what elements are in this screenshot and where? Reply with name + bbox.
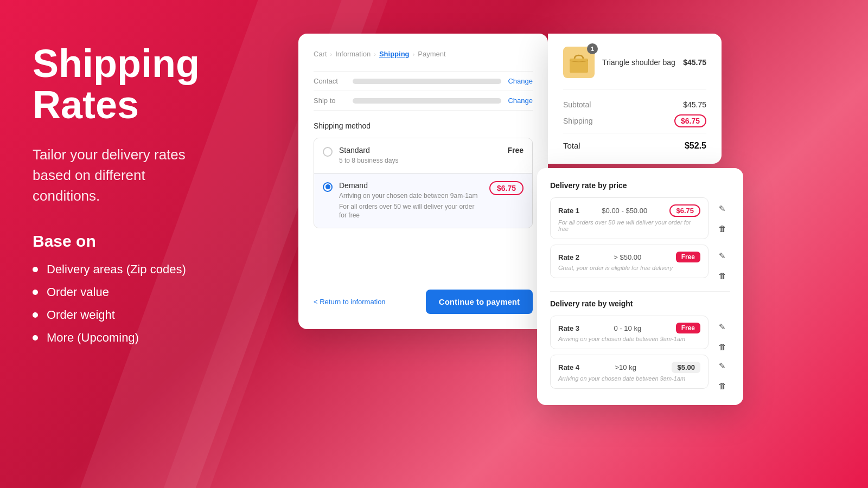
breadcrumb-payment: Payment [418, 50, 445, 58]
standard-price: Free [507, 146, 524, 155]
bullet-item-2: Order value [33, 285, 250, 299]
rates-divider [550, 291, 730, 292]
rate-4-card: Rate 4 >10 kg $5.00 Arriving on your cho… [550, 355, 709, 389]
rate-4-edit-icon[interactable]: ✎ [714, 358, 730, 374]
rate-2-delete-icon[interactable]: 🗑 [714, 267, 730, 284]
product-image-wrap: 1 [563, 47, 595, 78]
rate-2-row: Rate 2 > $50.00 Free Great, your order i… [550, 245, 730, 284]
svg-rect-1 [570, 59, 588, 73]
breadcrumb: Cart › Information › Shipping › Payment [314, 50, 533, 58]
rate-2-card: Rate 2 > $50.00 Free Great, your order i… [550, 245, 709, 278]
rate-3-delete-icon[interactable]: 🗑 [714, 338, 730, 355]
subtotal-label: Subtotal [563, 100, 591, 109]
shipto-change-link[interactable]: Change [508, 97, 533, 105]
right-panels: Cart › Information › Shipping › Payment … [271, 0, 868, 488]
product-price: $45.75 [683, 58, 706, 67]
breadcrumb-cart[interactable]: Cart [314, 50, 327, 58]
demand-option[interactable]: Demand Arriving on your chosen date betw… [314, 174, 532, 228]
rate-4-name: Rate 4 [558, 363, 579, 371]
rate-2-price: Free [676, 252, 700, 262]
rate-3-desc: Arriving on your chosen date between 9am… [558, 336, 700, 342]
order-summary: 1 Triangle shoulder bag $45.75 Subtotal … [548, 34, 722, 164]
contact-row: Contact Change [314, 71, 533, 91]
product-row: 1 Triangle shoulder bag $45.75 [563, 47, 706, 89]
product-badge: 1 [587, 43, 598, 54]
subtotal-value: $45.75 [683, 100, 706, 109]
demand-desc1: Arriving on your chosen date between 9am… [339, 191, 483, 201]
total-label: Total [563, 141, 580, 151]
rates-panel: Delivery rate by price Rate 1 $0.00 - $5… [537, 168, 743, 405]
product-name: Triangle shoulder bag [602, 58, 675, 67]
rate-4-row: Rate 4 >10 kg $5.00 Arriving on your cho… [550, 355, 730, 394]
standard-name: Standard [339, 146, 501, 155]
rate-2-name: Rate 2 [558, 253, 579, 261]
rate-3-range: 0 - 10 kg [579, 324, 676, 332]
subtotal-row: Subtotal $45.75 [563, 100, 706, 109]
rate-1-edit-icon[interactable]: ✎ [714, 201, 730, 217]
contact-value-bar [353, 79, 501, 84]
demand-radio[interactable] [323, 182, 333, 192]
rate-4-desc: Arriving on your chosen date between 9am… [558, 375, 700, 382]
rate-1-delete-icon[interactable]: 🗑 [714, 220, 730, 236]
rate-1-range: $0.00 - $50.00 [579, 207, 669, 215]
breadcrumb-sep-3: › [413, 51, 415, 57]
subtitle: Tailor your delivery ratesbased on diffe… [33, 145, 250, 206]
checkout-card: Cart › Information › Shipping › Payment … [298, 34, 548, 329]
rate-4-delete-icon[interactable]: 🗑 [714, 377, 730, 394]
rate-3-name: Rate 3 [558, 324, 579, 332]
rate-2-actions: ✎ 🗑 [714, 245, 730, 284]
contact-change-link[interactable]: Change [508, 77, 533, 85]
bullet-item-4: More (Upcoming) [33, 331, 250, 345]
rate-3-card: Rate 3 0 - 10 kg Free Arriving on your c… [550, 316, 709, 349]
demand-info: Demand Arriving on your chosen date betw… [339, 181, 483, 220]
bullet-list: Delivery areas (Zip codes) Order value O… [33, 262, 250, 345]
breadcrumb-sep-1: › [330, 51, 333, 57]
rate-1-row: Rate 1 $0.00 - $50.00 $6.75 For all orde… [550, 197, 730, 245]
demand-desc2: For all orders over 50 we will deliver y… [339, 202, 483, 221]
standard-option[interactable]: Standard 5 to 8 business days Free [314, 138, 532, 174]
rate-4-range: >10 kg [579, 363, 672, 371]
rate-1-name: Rate 1 [558, 207, 579, 215]
rate-1-card: Rate 1 $0.00 - $50.00 $6.75 For all orde… [550, 197, 709, 239]
bullet-item-3: Order weight [33, 308, 250, 322]
demand-price: $6.75 [489, 181, 524, 195]
rate-4-actions: ✎ 🗑 [714, 355, 730, 394]
shipping-options: Standard 5 to 8 business days Free Deman… [314, 138, 533, 228]
demand-radio-inner [326, 184, 330, 189]
rate-2-edit-icon[interactable]: ✎ [714, 248, 730, 264]
card-footer: < Return to information Continue to paym… [314, 279, 533, 314]
total-value: $52.5 [685, 141, 706, 151]
rate-2-desc: Great, your order is eligible for free d… [558, 265, 700, 271]
rates-by-weight-title: Delivery rate by weight [550, 299, 730, 308]
bullet-item-1: Delivery areas (Zip codes) [33, 262, 250, 277]
rate-1-desc: For all orders over 50 we will deliver y… [558, 219, 700, 232]
shipping-row: Shipping $6.75 [563, 114, 706, 127]
shipto-row: Ship to Change [314, 91, 533, 111]
return-link[interactable]: < Return to information [314, 298, 386, 306]
rate-3-price: Free [676, 323, 700, 333]
breadcrumb-sep-2: › [374, 51, 376, 57]
breadcrumb-shipping[interactable]: Shipping [379, 50, 410, 58]
base-on-title: Base on [33, 232, 250, 251]
contact-label: Contact [314, 77, 346, 85]
shipping-value: $6.75 [674, 114, 706, 127]
standard-desc: 5 to 8 business days [339, 156, 501, 165]
demand-name: Demand [339, 181, 483, 190]
rate-1-actions: ✎ 🗑 [714, 197, 730, 236]
standard-radio[interactable] [323, 147, 333, 157]
breadcrumb-information[interactable]: Information [335, 50, 371, 58]
rate-1-price: $6.75 [669, 204, 700, 217]
standard-info: Standard 5 to 8 business days [339, 146, 501, 165]
rate-4-price: $5.00 [672, 362, 700, 373]
rate-3-actions: ✎ 🗑 [714, 316, 730, 355]
shipto-value-bar [353, 98, 501, 104]
rate-2-range: > $50.00 [579, 253, 676, 261]
rate-3-edit-icon[interactable]: ✎ [714, 319, 730, 335]
left-panel: Shipping Rates Tailor your delivery rate… [0, 0, 282, 488]
rate-3-row: Rate 3 0 - 10 kg Free Arriving on your c… [550, 316, 730, 355]
continue-button[interactable]: Continue to payment [426, 290, 533, 314]
total-row: Total $52.5 [563, 133, 706, 151]
main-title: Shipping Rates [33, 43, 250, 125]
shipping-method-label: Shipping method [314, 121, 533, 130]
rates-by-price-title: Delivery rate by price [550, 181, 730, 190]
